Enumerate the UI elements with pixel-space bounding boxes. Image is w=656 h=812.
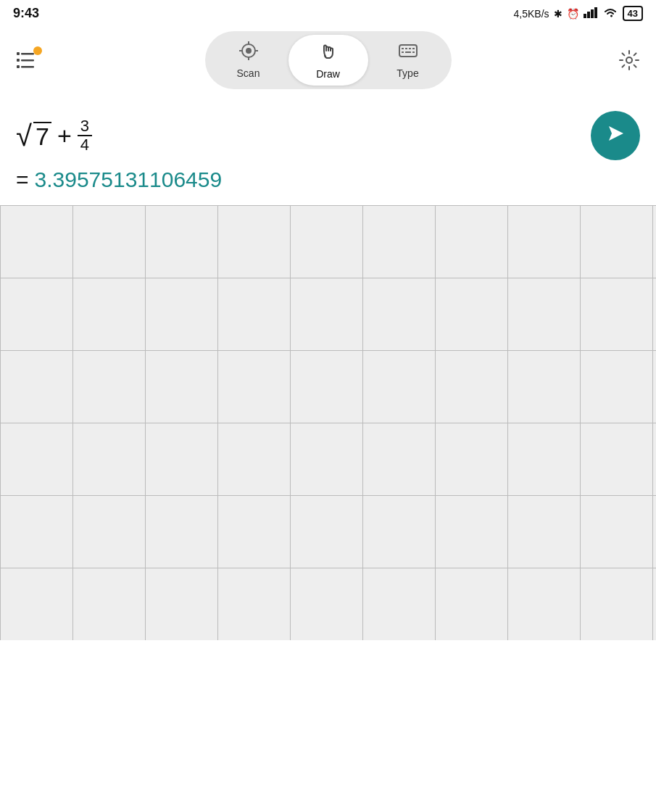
svg-marker-25 — [609, 126, 623, 141]
svg-rect-0 — [584, 14, 586, 18]
svg-rect-2 — [591, 9, 594, 18]
svg-rect-9 — [21, 66, 34, 68]
top-nav: Scan Draw — [0, 24, 656, 96]
svg-rect-6 — [17, 59, 20, 62]
result-text: =3.39575131106459 — [16, 167, 222, 191]
tab-draw[interactable]: Draw — [288, 35, 368, 86]
status-time: 9:43 — [13, 6, 39, 21]
svg-rect-17 — [402, 48, 404, 49]
svg-rect-21 — [402, 51, 404, 53]
scan-label: Scan — [237, 67, 260, 79]
grid-background — [0, 205, 656, 640]
svg-rect-3 — [594, 7, 597, 18]
result-value: 3.39575131106459 — [35, 167, 223, 191]
draw-icon — [318, 41, 339, 65]
tab-scan[interactable]: Scan — [209, 35, 288, 86]
fraction: 3 4 — [78, 117, 92, 154]
sqrt-expression: √ 7 — [16, 121, 51, 150]
svg-point-24 — [626, 57, 632, 63]
battery-level: 43 — [623, 6, 643, 21]
signal-icon — [584, 7, 598, 20]
svg-rect-22 — [405, 51, 411, 53]
numerator: 3 — [78, 117, 92, 136]
send-icon — [605, 123, 626, 149]
alarm-icon: ⏰ — [567, 8, 579, 20]
bluetooth-icon: ✱ — [554, 8, 562, 20]
svg-rect-7 — [21, 59, 34, 62]
wifi-icon — [602, 7, 618, 20]
denominator: 4 — [78, 136, 92, 154]
draw-label: Draw — [316, 68, 340, 80]
equals-sign: = — [16, 167, 29, 191]
network-speed: 4,5KB/s — [514, 8, 549, 20]
status-icons: 4,5KB/s ✱ ⏰ 43 — [514, 6, 644, 21]
send-button[interactable] — [591, 111, 640, 160]
svg-rect-20 — [412, 48, 415, 49]
tab-type[interactable]: Type — [368, 35, 448, 86]
svg-rect-8 — [17, 65, 20, 68]
status-bar: 9:43 4,5KB/s ✱ ⏰ 43 — [0, 0, 656, 24]
settings-icon — [618, 49, 640, 71]
notification-badge — [33, 46, 42, 55]
nav-list-button[interactable] — [13, 46, 41, 74]
result-area: =3.39575131106459 — [0, 165, 656, 205]
svg-rect-16 — [399, 45, 417, 57]
plus-sign: + — [57, 122, 72, 150]
svg-rect-4 — [17, 52, 20, 55]
svg-rect-19 — [409, 48, 411, 49]
svg-rect-23 — [412, 51, 415, 53]
svg-rect-5 — [21, 53, 34, 55]
svg-rect-18 — [405, 48, 407, 49]
svg-point-11 — [246, 48, 252, 54]
tab-switcher: Scan Draw — [205, 31, 452, 89]
settings-button[interactable] — [615, 46, 643, 74]
drawing-canvas[interactable] — [0, 205, 656, 640]
scan-icon — [239, 41, 258, 65]
expression-area: √ 7 + 3 4 — [0, 96, 656, 165]
svg-rect-26 — [0, 205, 656, 640]
math-expression: √ 7 + 3 4 — [16, 117, 92, 154]
type-label: Type — [396, 67, 418, 79]
svg-rect-1 — [587, 12, 590, 18]
type-icon — [399, 41, 418, 65]
